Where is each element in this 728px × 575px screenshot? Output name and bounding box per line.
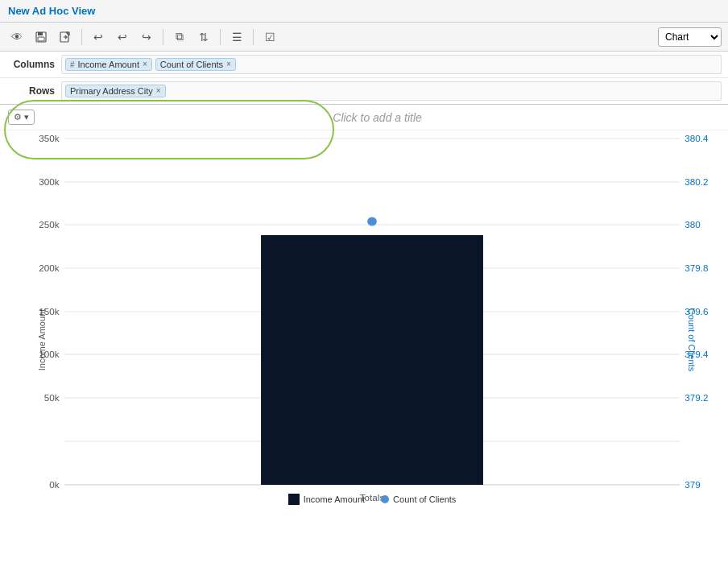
filter-button[interactable]: ☰ (226, 27, 247, 48)
svg-text:200k: 200k (39, 263, 60, 273)
copy-button[interactable]: ⧉ (169, 27, 190, 48)
legend-income: Income Amount (288, 494, 365, 505)
header-bar: New Ad Hoc View (0, 0, 728, 23)
svg-text:250k: 250k (39, 220, 60, 230)
sort-button[interactable]: ⇅ (193, 27, 214, 48)
chart-title[interactable]: Click to add a title (35, 111, 720, 124)
legend-clients-label: Count of Clients (393, 494, 456, 504)
column-tag-income-label: Income Amount (78, 60, 139, 69)
row-tag-address[interactable]: Primary Address City × (65, 85, 166, 97)
rows-row: Rows Primary Address City × (0, 78, 728, 104)
page-title: New Ad Hoc View (8, 5, 95, 17)
svg-text:380.2: 380.2 (685, 177, 708, 187)
svg-rect-2 (38, 37, 44, 41)
rows-label: Rows (6, 85, 55, 97)
row-tag-address-label: Primary Address City (70, 86, 153, 96)
income-bar (261, 235, 483, 485)
chart-svg: 350k 300k 250k 200k 150k 100k 50k 0k 380… (64, 139, 680, 485)
separator-1 (81, 29, 82, 45)
columns-label: Columns (6, 59, 55, 70)
svg-rect-1 (38, 32, 43, 35)
rows-area[interactable]: Primary Address City × (61, 81, 722, 101)
hash-icon: # (70, 60, 75, 69)
svg-text:379.2: 379.2 (685, 393, 708, 403)
row-tag-address-close[interactable]: × (156, 87, 161, 95)
save-button[interactable] (31, 27, 52, 48)
view-type-select[interactable]: Table Chart Crosstab (658, 27, 722, 47)
check-button[interactable]: ☑ (259, 27, 280, 48)
separator-4 (253, 29, 254, 45)
redo-button[interactable]: ↪ (136, 27, 157, 48)
column-tag-clients-close[interactable]: × (226, 60, 231, 68)
chart-title-bar: ⚙ ▾ Click to add a title (0, 105, 728, 130)
legend-clients: Count of Clients (381, 494, 456, 505)
chart-settings-button[interactable]: ⚙ ▾ (8, 110, 35, 125)
svg-text:300k: 300k (39, 177, 60, 187)
column-tag-income[interactable]: # Income Amount × (65, 58, 152, 71)
svg-text:350k: 350k (39, 134, 60, 143)
eye-button[interactable]: 👁 (6, 27, 27, 48)
svg-text:380.4: 380.4 (685, 134, 708, 143)
column-tag-clients[interactable]: Count of Clients × (155, 58, 236, 71)
clients-dot (368, 217, 377, 225)
chart-area: Income Amount Count of Clients 350k 300k… (0, 130, 728, 549)
column-tag-income-close[interactable]: × (143, 60, 147, 68)
columns-area[interactable]: # Income Amount × Count of Clients × (61, 55, 722, 74)
y-right-label: Count of Clients (687, 308, 697, 371)
export-button[interactable] (55, 27, 76, 48)
svg-text:379: 379 (685, 480, 700, 490)
svg-text:379.8: 379.8 (685, 263, 708, 273)
legend-dot-icon (381, 495, 389, 503)
svg-text:0k: 0k (49, 480, 60, 490)
svg-text:380: 380 (685, 220, 700, 230)
main-area: ⚙ ▾ Click to add a title Income Amount C… (0, 105, 728, 575)
legend-income-label: Income Amount (304, 494, 365, 504)
separator-2 (163, 29, 163, 45)
fields-panel: Columns # Income Amount × Count of Clien… (0, 52, 728, 105)
undo2-button[interactable]: ↩ (112, 27, 133, 48)
legend-bar-icon (288, 494, 300, 505)
separator-3 (220, 29, 221, 45)
fields-panel-wrapper: Columns # Income Amount × Count of Clien… (0, 52, 728, 105)
toolbar: 👁 ↩ ↩ ↪ ⧉ ⇅ ☰ ☑ Table Chart Crosstab (0, 23, 728, 52)
undo-button[interactable]: ↩ (88, 27, 109, 48)
columns-row: Columns # Income Amount × Count of Clien… (0, 52, 728, 78)
y-left-label: Income Amount (37, 309, 47, 370)
column-tag-clients-label: Count of Clients (160, 60, 223, 69)
svg-text:50k: 50k (44, 393, 60, 403)
